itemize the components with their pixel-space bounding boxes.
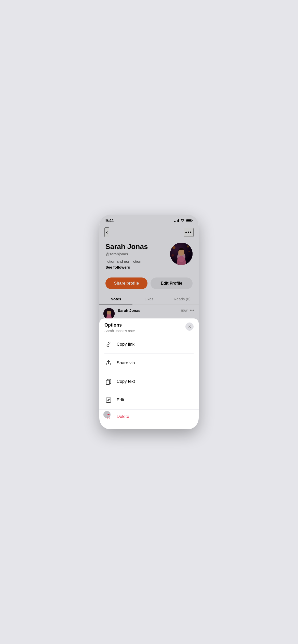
svg-rect-15 (106, 398, 111, 402)
bottom-sheet: Options Sarah Jonas's note ✕ Copy link (99, 318, 199, 429)
delete-icon (104, 413, 113, 421)
edit-label: Edit (117, 398, 124, 403)
phone-frame: 9:41 (99, 215, 199, 429)
share-via-option[interactable]: Share via... (104, 354, 194, 372)
close-sheet-button[interactable]: ✕ (185, 323, 194, 331)
copy-text-option[interactable]: Copy text (104, 372, 194, 391)
sheet-handle-area: Options Sarah Jonas's note ✕ (99, 318, 199, 335)
sheet-subtitle: Sarah Jonas's note (104, 329, 185, 333)
share-via-icon (104, 359, 113, 367)
share-via-label: Share via... (117, 360, 139, 365)
copy-text-icon (104, 377, 113, 386)
sheet-options: Copy link Share via... (99, 335, 199, 409)
edit-option[interactable]: Edit (104, 391, 194, 409)
copy-link-label: Copy link (117, 342, 134, 347)
edit-icon (104, 396, 113, 404)
svg-rect-14 (106, 380, 110, 385)
delete-label: Delete (117, 414, 129, 419)
sheet-title-group: Options Sarah Jonas's note (104, 323, 185, 333)
sheet-title: Options (104, 323, 185, 328)
delete-option[interactable]: Delete (99, 409, 199, 421)
copy-link-option[interactable]: Copy link (104, 335, 194, 354)
copy-link-icon (104, 340, 113, 348)
copy-text-label: Copy text (117, 379, 135, 384)
